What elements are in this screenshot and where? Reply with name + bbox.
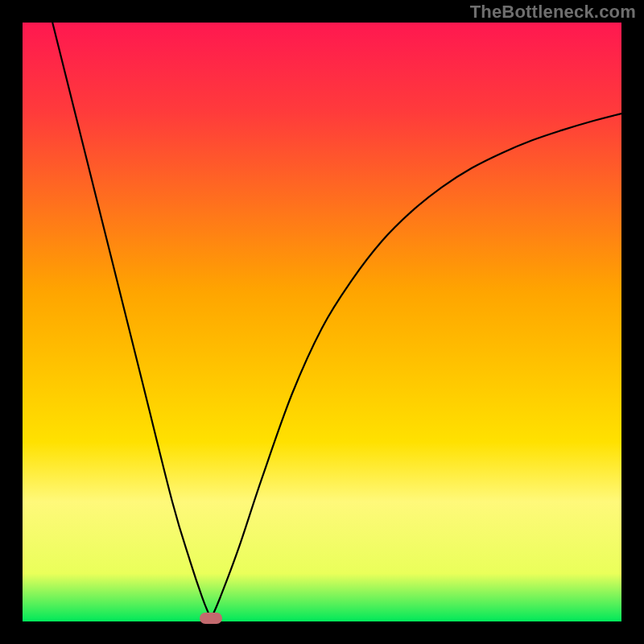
min-marker [200,613,222,624]
gradient-background [23,23,621,621]
chart-frame: TheBottleneck.com [0,0,644,644]
watermark-text: TheBottleneck.com [470,2,636,23]
bottleneck-chart [23,23,621,621]
